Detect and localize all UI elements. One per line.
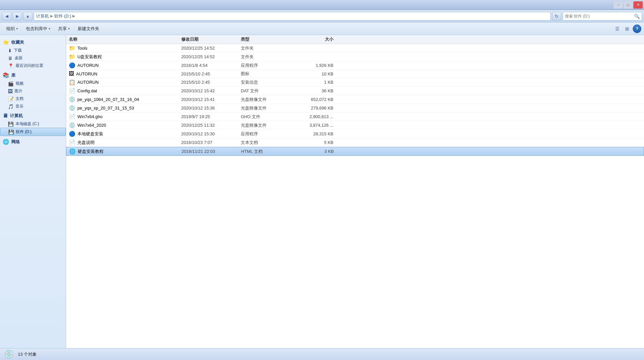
titlebar-buttons: － □ ✕: [614, 1, 643, 9]
search-input[interactable]: [565, 14, 634, 19]
network-icon: 🌐: [3, 139, 9, 145]
breadcrumb-bar: 计算机 ▶ 软件 (D:) ▶: [34, 12, 551, 21]
table-row[interactable]: 💿 Win7x64_2020 2020/12/25 11:32 光盘映像文件 3…: [66, 121, 644, 130]
file-icon: 💿: [69, 122, 75, 128]
new-folder-button[interactable]: 新建文件夹: [74, 24, 103, 33]
file-icon: 💿: [69, 96, 75, 103]
organize-button[interactable]: 组织 ▾: [3, 24, 21, 33]
file-type: 应用程序: [241, 131, 290, 137]
sidebar-item-icon: 🎬: [8, 81, 14, 86]
file-icon: 📄: [69, 113, 75, 120]
network-label: 网络: [11, 139, 20, 145]
sidebar-item-computer[interactable]: 💾软件 (D:): [0, 128, 66, 136]
up-button[interactable]: ▲: [23, 12, 32, 21]
file-type: 图标: [241, 71, 290, 77]
share-dropdown-icon: ▾: [68, 27, 70, 30]
sidebar-item-library[interactable]: 📝文档: [0, 95, 66, 103]
breadcrumb-computer[interactable]: 计算机: [36, 13, 49, 19]
file-name-cell: 💿 pe_yqs_1064_20_07_31_16_04: [69, 96, 181, 103]
file-date: 2020/10/12 15:36: [181, 106, 241, 111]
file-date: 2019/9/7 19:25: [181, 114, 241, 119]
col-name-header[interactable]: 名称: [69, 36, 181, 42]
back-button[interactable]: ◀: [2, 12, 11, 21]
statusbar: 💿 13 个对象: [0, 348, 644, 360]
sidebar-favorites-header[interactable]: ⭐ 收藏夹: [0, 38, 66, 47]
table-row[interactable]: 🌐 硬盘安装教程 2016/11/21 22:03 HTML 文档 3 KB: [66, 147, 644, 156]
table-row[interactable]: 🖼 AUTORUN 2015/5/10 2:45 图标 10 KB: [66, 70, 644, 78]
sidebar-item-favorites[interactable]: ⬇下载: [0, 47, 66, 54]
breadcrumb-drive[interactable]: 软件 (D:): [54, 13, 71, 19]
help-button[interactable]: ?: [633, 24, 641, 33]
view-toggle-button[interactable]: ☰: [613, 24, 622, 33]
sidebar-item-icon: 💾: [8, 129, 14, 135]
forward-button[interactable]: ▶: [13, 12, 22, 21]
sidebar-network-section: 🌐 网络: [0, 137, 66, 146]
favorites-items: ⬇下载🖥桌面📍最近访问的位置: [0, 47, 66, 69]
table-row[interactable]: 📄 光盘说明 2016/10/23 7:07 文本文档 5 KB: [66, 138, 644, 147]
sidebar-item-library[interactable]: 🎵音乐: [0, 103, 66, 110]
file-size: 1 KB: [290, 80, 333, 85]
include-library-button[interactable]: 包含到库中 ▾: [22, 24, 54, 33]
file-date: 2020/10/12 15:41: [181, 97, 241, 102]
search-icon[interactable]: 🔍: [634, 14, 640, 19]
file-size: 652,072 KB: [290, 97, 333, 102]
library-items: 🎬视频🖼图片📝文档🎵音乐: [0, 80, 66, 110]
table-row[interactable]: 📁 U盘安装教程 2020/12/25 14:52 文件夹: [66, 53, 644, 61]
col-size-header[interactable]: 大小: [290, 36, 333, 42]
sidebar-item-library[interactable]: 🖼图片: [0, 87, 66, 95]
table-row[interactable]: 📄 Config.dat 2020/10/12 15:42 DAT 文件 36 …: [66, 87, 644, 95]
file-size: 10 KB: [290, 71, 333, 76]
computer-label: 计算机: [10, 113, 23, 119]
file-type: 应用程序: [241, 63, 290, 68]
table-row[interactable]: 📄 Win7x64.gho 2019/9/7 19:25 GHO 文件 2,90…: [66, 112, 644, 121]
share-label: 共享: [58, 26, 67, 32]
table-row[interactable]: 🔵 AUTORUN 2016/1/8 4:54 应用程序 1,926 KB: [66, 61, 644, 70]
file-date: 2020/10/12 15:30: [181, 131, 241, 136]
file-name: Config.dat: [77, 88, 97, 93]
minimize-button[interactable]: －: [614, 1, 623, 9]
file-name: Win7x64.gho: [77, 114, 103, 119]
table-row[interactable]: 📋 AUTORUN 2015/5/10 2:45 安装信息 1 KB: [66, 78, 644, 87]
file-name: U盘安装教程: [77, 54, 102, 60]
table-row[interactable]: 📁 Tools 2020/12/25 14:52 文件夹: [66, 44, 644, 53]
file-icon: 📄: [69, 139, 75, 146]
table-row[interactable]: 💿 pe_yqs_1064_20_07_31_16_04 2020/10/12 …: [66, 95, 644, 104]
file-icon: 🖼: [69, 71, 74, 77]
sidebar-item-library[interactable]: 🎬视频: [0, 80, 66, 87]
file-name: AUTORUN: [77, 80, 99, 85]
col-date-header[interactable]: 修改日期: [181, 36, 241, 42]
file-name: pe_yqs_xp_20_07_31_15_53: [77, 106, 134, 111]
sidebar-computer-header[interactable]: 🖥 计算机: [0, 112, 66, 120]
file-size: 28,315 KB: [290, 131, 333, 136]
search-bar: 🔍: [563, 12, 642, 21]
file-name-cell: 🔵 AUTORUN: [69, 62, 181, 68]
breadcrumb-sep-2: ▶: [72, 14, 75, 18]
file-date: 2016/11/21 22:03: [182, 149, 241, 154]
close-button[interactable]: ✕: [633, 1, 643, 9]
sidebar-item-icon: 🎵: [8, 104, 14, 109]
file-date: 2015/5/10 2:45: [181, 80, 241, 85]
sidebar-item-favorites[interactable]: 📍最近访问的位置: [0, 62, 66, 69]
table-row[interactable]: 💿 pe_yqs_xp_20_07_31_15_53 2020/10/12 15…: [66, 104, 644, 112]
share-button[interactable]: 共享 ▾: [55, 24, 73, 33]
table-row[interactable]: 🔵 本地硬盘安装 2020/10/12 15:30 应用程序 28,315 KB: [66, 130, 644, 138]
sidebar-item-favorites[interactable]: 🖥桌面: [0, 54, 66, 62]
file-name: AUTORUN: [77, 63, 99, 68]
include-label: 包含到库中: [26, 26, 47, 32]
sidebar-library-header[interactable]: 📚 库: [0, 71, 66, 80]
file-icon: 📋: [69, 79, 75, 85]
file-name-cell: 🌐 硬盘安装教程: [69, 148, 182, 155]
sidebar-item-computer[interactable]: 💾本地磁盘 (C:): [0, 120, 66, 128]
sidebar-item-icon: 🖥: [8, 56, 13, 61]
file-name: 硬盘安装教程: [78, 149, 104, 155]
refresh-button[interactable]: ↻: [552, 12, 561, 21]
sidebar-item-icon: 📍: [8, 63, 14, 68]
maximize-button[interactable]: □: [623, 1, 633, 9]
file-name: Tools: [77, 46, 87, 51]
sidebar-network-header[interactable]: 🌐 网络: [0, 137, 66, 146]
view-grid-button[interactable]: ⊞: [623, 24, 631, 33]
file-name-cell: 📄 Config.dat: [69, 88, 181, 94]
col-type-header[interactable]: 类型: [241, 36, 290, 42]
file-name: pe_yqs_1064_20_07_31_16_04: [77, 97, 139, 102]
favorites-label: 收藏夹: [11, 39, 24, 45]
